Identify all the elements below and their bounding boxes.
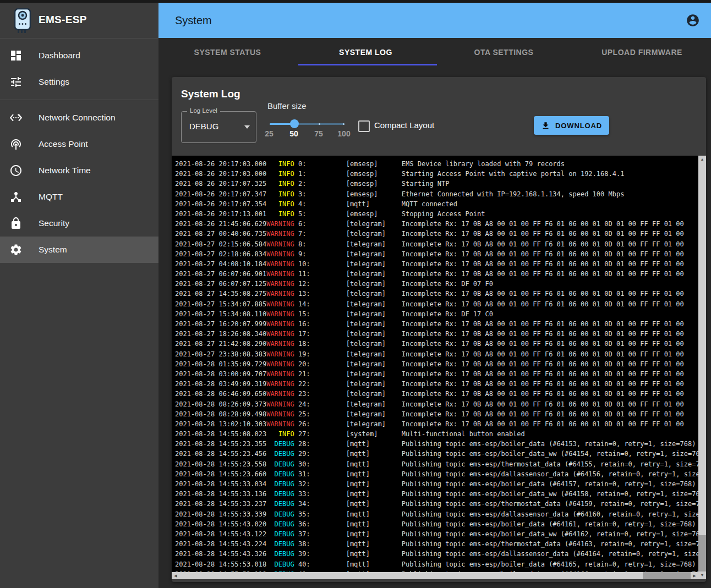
compact-layout-label: Compact Layout: [374, 120, 434, 130]
slider-mark-100: [343, 123, 344, 125]
log-line: 2021-08-28 14:55:43.326 DEBUG 39: [mqtt]…: [175, 549, 698, 559]
log-line: 2021-08-28 14:55:33.237 DEBUG 34: [mqtt]…: [175, 499, 698, 509]
log-line: 2021-08-28 08:26:09.373WARNING 24: [tele…: [175, 399, 698, 409]
sidebar-item-settings[interactable]: Settings: [0, 69, 158, 95]
download-button-label: DOWNLOAD: [555, 122, 602, 130]
system-log-card: System Log Log Level DEBUG Buffer size 2…: [172, 77, 706, 582]
log-line: 2021-08-26 21:45:06.629WARNING 6: [teleg…: [175, 219, 698, 229]
appbar: System: [158, 3, 711, 38]
lock-icon: [9, 217, 23, 230]
log-level-value: DEBUG: [189, 122, 218, 131]
log-line: 2021-08-28 14:55:33.034 DEBUG 32: [mqtt]…: [175, 479, 698, 489]
page-title: System: [175, 14, 212, 27]
log-line: 2021-08-28 14:55:33.339 DEBUG 35: [mqtt]…: [175, 509, 698, 519]
log-line: 2021-08-28 08:28:09.498WARNING 25: [tele…: [175, 409, 698, 419]
sidebar-item-network-time[interactable]: Network Time: [0, 157, 158, 184]
log-line: 2021-08-28 14:55:23.456 DEBUG 29: [mqtt]…: [175, 449, 698, 459]
tab-system-status[interactable]: SYSTEM STATUS: [158, 38, 297, 67]
log-level-select[interactable]: Log Level DEBUG: [181, 111, 256, 143]
log-line: 2021-08-27 18:26:08.340WARNING 17: [tele…: [175, 329, 698, 339]
log-line: 2021-08-27 15:34:08.110WARNING 15: [tele…: [175, 309, 698, 319]
slider-thumb[interactable]: [290, 119, 299, 128]
log-line: 2021-08-27 02:18:06.834WARNING 9: [teleg…: [175, 249, 698, 259]
sidebar-item-label: Network Connection: [39, 113, 116, 123]
app-title: EMS-ESP: [39, 14, 87, 26]
sidebar-divider: [0, 100, 158, 100]
sidebar-item-label: Settings: [39, 77, 69, 87]
sidebar: EMS-ESP DashboardSettingsNetwork Connect…: [0, 3, 158, 588]
log-line: 2021-08-28 06:46:09.650WARNING 23: [tele…: [175, 389, 698, 399]
chevron-down-icon: [244, 125, 250, 129]
log-line: 2021-08-26 20:17:07.354 INFO 4: [mqtt] M…: [175, 199, 698, 209]
scroll-right-arrow-icon[interactable]: ▶: [691, 572, 698, 579]
buffer-size-label: Buffer size: [267, 101, 307, 111]
log-line: 2021-08-27 02:15:06.584WARNING 8: [teleg…: [175, 239, 698, 249]
log-line: 2021-08-27 14:35:08.275WARNING 13: [tele…: [175, 289, 698, 299]
scroll-left-arrow-icon[interactable]: ◀: [172, 572, 179, 579]
vertical-scrollbar-thumb[interactable]: [698, 163, 706, 535]
slider-mark-label-100: 100: [333, 129, 355, 138]
log-line: 2021-08-27 06:07:06.901WARNING 11: [tele…: [175, 269, 698, 279]
log-line: 2021-08-28 01:35:09.729WARNING 20: [tele…: [175, 359, 698, 369]
vertical-scrollbar[interactable]: ▲ ▼: [698, 156, 706, 579]
log-area: 2021-08-26 20:17:03.000 INFO 0: [emsesp]…: [172, 156, 706, 579]
download-icon: [541, 121, 550, 130]
sidebar-item-label: Access Point: [39, 139, 88, 149]
sidebar-menu: DashboardSettingsNetwork ConnectionAcces…: [0, 39, 158, 263]
log-line: 2021-08-28 14:55:53.018 DEBUG 40: [mqtt]…: [175, 559, 698, 569]
sidebar-item-label: Network Time: [39, 166, 91, 175]
log-line: 2021-08-28 14:55:23.660 DEBUG 31: [mqtt]…: [175, 469, 698, 479]
compact-layout-checkbox[interactable]: [358, 120, 370, 132]
log-line: 2021-08-26 20:17:03.000 INFO 1: [emsesp]…: [175, 169, 698, 179]
download-button[interactable]: DOWNLOAD: [534, 116, 609, 135]
horizontal-scrollbar-thumb[interactable]: [179, 572, 643, 579]
slider-mark-label-75: 75: [308, 129, 330, 138]
sidebar-item-label: Security: [39, 218, 69, 228]
log-viewport[interactable]: 2021-08-26 20:17:03.000 INFO 0: [emsesp]…: [172, 156, 698, 572]
log-line: 2021-08-27 23:38:08.383WARNING 19: [tele…: [175, 349, 698, 359]
slider-mark-75: [319, 123, 320, 125]
active-tab-indicator: [298, 64, 437, 65]
log-line: 2021-08-28 03:00:09.707WARNING 21: [tele…: [175, 369, 698, 379]
sidebar-item-label: System: [39, 245, 67, 255]
log-line: 2021-08-27 06:07:07.125WARNING 12: [tele…: [175, 279, 698, 289]
ems-esp-boiler-logo-icon: [12, 8, 33, 34]
scroll-up-arrow-icon[interactable]: ▲: [698, 156, 706, 163]
horizontal-scrollbar[interactable]: ◀ ▶: [172, 572, 698, 579]
log-line: 2021-08-27 00:40:06.735WARNING 7: [teleg…: [175, 229, 698, 239]
log-line: 2021-08-26 20:17:07.347 INFO 3: [emsesp]…: [175, 189, 698, 199]
clock-icon: [9, 164, 23, 177]
log-line: 2021-08-26 20:17:03.000 INFO 0: [emsesp]…: [175, 159, 698, 169]
wifi-tethering-icon: [9, 138, 23, 151]
tab-system-log[interactable]: SYSTEM LOG: [297, 38, 435, 67]
log-line: 2021-08-27 04:08:10.184WARNING 10: [tele…: [175, 259, 698, 269]
dashboard-icon: [9, 49, 23, 62]
tab-bar: SYSTEM STATUSSYSTEM LOGOTA SETTINGSUPLOA…: [158, 38, 711, 67]
log-line: 2021-08-28 14:55:43.224 DEBUG 38: [mqtt]…: [175, 539, 698, 549]
sidebar-item-system[interactable]: System: [0, 237, 158, 263]
tab-ota-settings[interactable]: OTA SETTINGS: [435, 38, 573, 67]
log-line: 2021-08-26 20:17:07.325 INFO 2: [emsesp]…: [175, 179, 698, 189]
sidebar-item-label: Dashboard: [39, 51, 80, 61]
sidebar-item-dashboard[interactable]: Dashboard: [0, 42, 158, 69]
account-icon[interactable]: [686, 13, 700, 28]
scroll-down-arrow-icon[interactable]: ▼: [698, 571, 706, 579]
log-line: 2021-08-28 13:02:10.303WARNING 26: [tele…: [175, 419, 698, 429]
log-level-label: Log Level: [187, 107, 220, 114]
sidebar-item-access-point[interactable]: Access Point: [0, 131, 158, 157]
tab-upload-firmware[interactable]: UPLOAD FIRMWARE: [573, 38, 711, 67]
slider-mark-label-50: 50: [283, 129, 305, 138]
sidebar-item-mqtt[interactable]: MQTT: [0, 184, 158, 210]
sidebar-item-security[interactable]: Security: [0, 210, 158, 237]
slider-mark-label-25: 25: [258, 129, 280, 138]
hub-icon: [9, 190, 23, 204]
sidebar-item-network-connection[interactable]: Network Connection: [0, 105, 158, 131]
tune-icon: [9, 75, 23, 89]
log-line: 2021-08-28 14:55:23.558 DEBUG 30: [mqtt]…: [175, 459, 698, 469]
card-title: System Log: [181, 88, 240, 100]
log-line: 2021-08-28 14:55:08.023 INFO 27: [system…: [175, 429, 698, 439]
gear-icon: [9, 243, 23, 256]
log-line: 2021-08-27 21:42:08.290WARNING 18: [tele…: [175, 339, 698, 349]
ethernet-icon: [9, 111, 23, 124]
buffer-size-slider[interactable]: [270, 123, 344, 125]
